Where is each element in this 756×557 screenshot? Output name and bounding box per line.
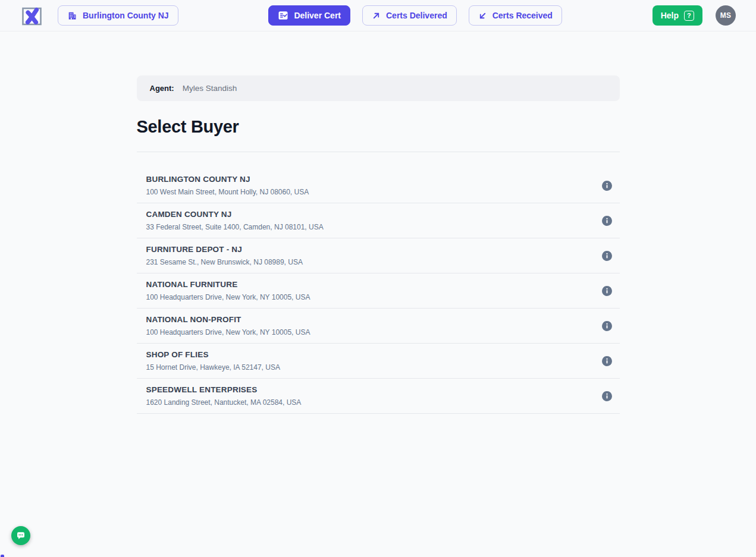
buyer-row[interactable]: NATIONAL NON-PROFIT 100 Headquarters Dri… [137,309,620,344]
main-content: Agent: Myles Standish Select Buyer BURLI… [137,32,620,414]
deliver-cert-button[interactable]: Deliver Cert [268,5,350,26]
buyer-name: BURLINGTON COUNTY NJ [146,175,309,184]
buyer-row[interactable]: CAMDEN COUNTY NJ 33 Federal Street, Suit… [137,203,620,238]
buyer-name: NATIONAL NON-PROFIT [146,315,310,324]
buyer-name: FURNITURE DEPOT - NJ [146,245,303,254]
buyer-address: 100 West Main Street, Mount Holly, NJ 08… [146,188,309,196]
x-ballot-logo-icon [20,5,45,27]
chat-button[interactable] [11,526,30,545]
buyer-row[interactable]: BURLINGTON COUNTY NJ 100 West Main Stree… [137,168,620,203]
workspace-button[interactable]: Burlington County NJ [58,5,178,26]
buyer-name: SHOP OF FLIES [146,350,280,359]
agent-label: Agent: [150,84,174,93]
buyer-text: CAMDEN COUNTY NJ 33 Federal Street, Suit… [146,210,324,231]
buyer-text: SPEEDWELL ENTERPRISES 1620 Landing Stree… [146,385,302,407]
buyer-address: 15 Hornet Drive, Hawkeye, IA 52147, USA [146,363,280,372]
avatar[interactable]: MS [716,5,736,26]
question-box-icon: ? [684,11,694,21]
top-navbar: Burlington County NJ Deliver Cert [0,0,756,32]
arrow-up-right-icon [372,11,381,20]
buyer-row[interactable]: SPEEDWELL ENTERPRISES 1620 Landing Stree… [137,379,620,414]
info-button[interactable] [602,251,612,261]
buyer-address: 231 Sesame St., New Brunswick, NJ 08989,… [146,258,303,266]
deliver-cert-button-label: Deliver Cert [294,11,341,20]
info-circle-icon [602,216,612,226]
info-button[interactable] [602,216,612,226]
buyer-text: SHOP OF FLIES 15 Hornet Drive, Hawkeye, … [146,350,280,372]
buyer-name: CAMDEN COUNTY NJ [146,210,324,219]
help-button[interactable]: Help ? [653,5,702,26]
certs-delivered-button[interactable]: Certs Delivered [362,5,457,26]
certs-received-button-label: Certs Received [493,11,553,20]
buyer-row[interactable]: SHOP OF FLIES 15 Hornet Drive, Hawkeye, … [137,344,620,379]
fact-check-icon [278,10,288,21]
building-icon [67,11,77,21]
info-circle-icon [602,286,612,296]
agent-bar: Agent: Myles Standish [137,75,620,101]
buyer-text: BURLINGTON COUNTY NJ 100 West Main Stree… [146,175,309,196]
info-circle-icon [602,321,612,331]
buyer-address: 33 Federal Street, Suite 1400, Camden, N… [146,223,324,231]
info-button[interactable] [602,321,612,331]
buyer-text: NATIONAL FURNITURE 100 Headquarters Driv… [146,280,310,301]
certs-received-button[interactable]: Certs Received [469,5,562,26]
certs-delivered-button-label: Certs Delivered [386,11,447,20]
app-logo[interactable] [20,5,45,27]
buyer-address: 100 Headquarters Drive, New York, NY 100… [146,328,310,336]
buyer-address: 100 Headquarters Drive, New York, NY 100… [146,293,310,301]
arrow-down-left-icon [478,11,487,20]
buyer-name: SPEEDWELL ENTERPRISES [146,385,302,394]
buyer-row[interactable]: NATIONAL FURNITURE 100 Headquarters Driv… [137,273,620,309]
buyer-address: 1620 Landing Street, Nantucket, MA 02584… [146,398,302,407]
corner-artifact [1,555,4,557]
help-button-label: Help [661,11,679,20]
page-title: Select Buyer [137,117,620,137]
buyer-list: BURLINGTON COUNTY NJ 100 West Main Stree… [137,168,620,414]
info-circle-icon [602,356,612,366]
buyer-row[interactable]: FURNITURE DEPOT - NJ 231 Sesame St., New… [137,238,620,273]
title-divider [137,152,620,152]
chat-bubble-icon [15,530,26,541]
buyer-text: NATIONAL NON-PROFIT 100 Headquarters Dri… [146,315,310,336]
workspace-button-label: Burlington County NJ [83,11,169,20]
info-button[interactable] [602,391,612,401]
buyer-name: NATIONAL FURNITURE [146,280,310,289]
buyer-text: FURNITURE DEPOT - NJ 231 Sesame St., New… [146,245,303,266]
info-button[interactable] [602,286,612,296]
info-circle-icon [602,391,612,401]
info-button[interactable] [602,356,612,366]
agent-name: Myles Standish [183,84,237,93]
info-circle-icon [602,251,612,261]
avatar-initials: MS [720,11,732,20]
info-circle-icon [602,181,612,191]
info-button[interactable] [602,181,612,191]
